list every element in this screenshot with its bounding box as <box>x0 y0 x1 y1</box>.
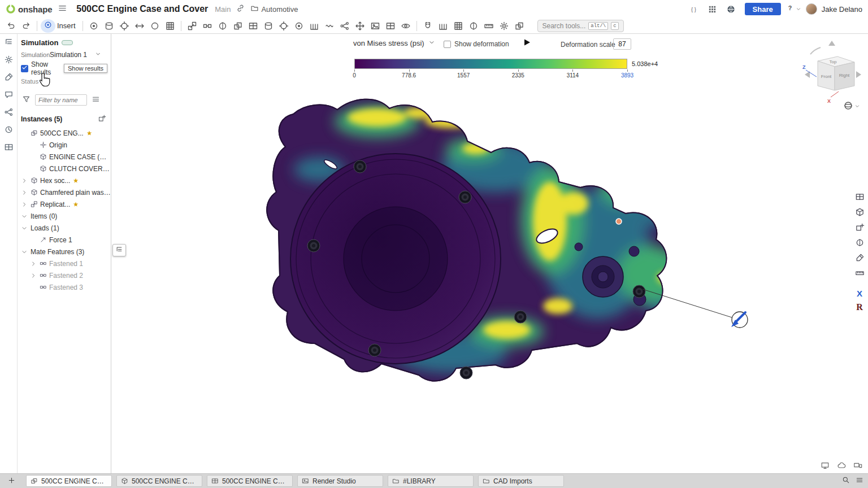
ball-mate-icon[interactable] <box>292 19 306 33</box>
measure-icon[interactable] <box>481 19 496 33</box>
chevron-right-icon[interactable] <box>21 189 28 196</box>
tree-row[interactable]: Fastened 1 <box>18 258 111 269</box>
insert-tool-icon[interactable] <box>41 19 55 33</box>
learning-center-icon[interactable] <box>725 3 737 15</box>
parallel-mate-icon[interactable] <box>307 19 322 33</box>
user-avatar[interactable] <box>806 3 817 15</box>
view-orientation-button[interactable] <box>843 101 860 112</box>
versions-graph-icon[interactable] <box>4 107 14 119</box>
revolute-mate-icon[interactable] <box>215 19 230 33</box>
tree-row[interactable]: Fastened 2 <box>18 269 111 281</box>
tree-row[interactable]: Items (0) <box>18 210 111 222</box>
mate-connector-icon[interactable] <box>117 19 132 33</box>
add-tab-button[interactable] <box>5 476 18 487</box>
chevron-down-icon[interactable] <box>21 249 28 255</box>
replicate-icon[interactable] <box>185 19 199 33</box>
bom-table-icon[interactable] <box>853 190 866 203</box>
search-tools[interactable]: Search tools... alt/\ c <box>537 20 624 32</box>
rotate-ccw-arrow[interactable] <box>810 47 821 54</box>
clutch-cover[interactable] <box>290 154 501 364</box>
add-instance-icon[interactable] <box>97 113 107 125</box>
tables-icon[interactable] <box>4 142 14 154</box>
chevron-down-icon[interactable] <box>21 213 28 220</box>
redo-button[interactable] <box>19 19 33 33</box>
share-button[interactable]: Share <box>745 3 781 15</box>
main-menu-icon[interactable] <box>57 2 68 16</box>
api-explorer-icon[interactable]: { } <box>688 3 700 15</box>
appearance-panel-icon[interactable] <box>4 72 14 84</box>
chevron-right-icon[interactable] <box>21 177 28 184</box>
group-icon[interactable] <box>102 19 116 33</box>
tree-row[interactable]: Loads (1) <box>18 222 111 234</box>
frame-icon[interactable] <box>451 19 466 33</box>
snapshot-icon[interactable] <box>368 19 383 33</box>
3d-model[interactable] <box>111 34 868 473</box>
tree-row[interactable]: Origin <box>18 139 111 151</box>
show-deformation-checkbox[interactable] <box>444 41 451 48</box>
pattern-icon[interactable] <box>163 19 177 33</box>
sync-status-icon[interactable] <box>837 461 846 470</box>
cylindrical-mate-icon[interactable] <box>261 19 276 33</box>
comments-icon[interactable] <box>4 90 14 101</box>
undo-button[interactable] <box>3 19 18 33</box>
deformation-scale-value[interactable]: 87 <box>613 38 631 50</box>
list-view-icon[interactable] <box>90 94 101 106</box>
explode-icon[interactable] <box>353 19 367 33</box>
mate-relation-icon[interactable] <box>337 19 352 33</box>
integration-x-button[interactable]: X <box>853 287 866 299</box>
simulation-icon[interactable] <box>420 19 435 33</box>
model-config-icon[interactable] <box>853 205 866 219</box>
chevron-right-icon[interactable] <box>30 272 37 279</box>
slider-mate-icon[interactable] <box>231 19 245 33</box>
document-tab[interactable]: 500CC ENGINE CASE ... <box>26 475 112 487</box>
tree-row[interactable]: Fastened 3 <box>18 281 111 293</box>
simulation-select[interactable]: Simulation 1 <box>50 51 101 59</box>
fastened-mate-icon[interactable] <box>200 19 215 33</box>
tree-row[interactable]: Chamfered plain wash... <box>18 186 111 198</box>
mass-properties-icon[interactable] <box>497 19 511 33</box>
onshape-logo[interactable]: onshape <box>6 4 52 14</box>
graphics-viewport[interactable]: von Mises stress (psi) Show deformation … <box>111 34 868 473</box>
chevron-right-icon[interactable] <box>30 260 37 267</box>
feature-list-icon[interactable] <box>4 37 14 49</box>
workspace-name[interactable]: Main <box>215 5 231 14</box>
rotate-up-arrow[interactable] <box>828 41 835 46</box>
feature-flyout-button[interactable] <box>112 244 126 256</box>
sheet-metal-icon[interactable] <box>436 19 450 33</box>
filter-by-name-input[interactable] <box>35 94 87 106</box>
section-view-icon[interactable] <box>466 19 481 33</box>
tree-row[interactable]: CLUTCH COVER (Mg) ... <box>18 163 111 175</box>
result-type-dropdown[interactable]: von Mises stress (psi) <box>353 39 435 47</box>
tab-search-icon[interactable] <box>842 476 850 486</box>
document-tab[interactable]: Render Studio <box>297 475 383 487</box>
mate-icon[interactable] <box>86 19 101 33</box>
user-name[interactable]: Jake Delano <box>822 5 862 14</box>
tree-row[interactable]: Force 1 <box>18 234 111 246</box>
interference-icon[interactable] <box>512 19 527 33</box>
chevron-down-icon[interactable] <box>21 225 28 232</box>
link-icon[interactable] <box>235 3 246 15</box>
section-tool-icon[interactable] <box>853 236 866 249</box>
chevron-right-icon[interactable] <box>21 201 28 208</box>
tab-list-icon[interactable] <box>856 476 863 486</box>
performance-icon[interactable] <box>821 461 830 470</box>
planar-mate-icon[interactable] <box>246 19 261 33</box>
tangent-mate-icon[interactable] <box>322 19 337 33</box>
tree-row[interactable]: Hex soc... <box>18 175 111 186</box>
document-tab[interactable]: #LIBRARY <box>388 475 474 487</box>
insert-button[interactable]: Insert <box>57 21 76 30</box>
tree-row[interactable]: Mate Features (3) <box>18 246 111 258</box>
circular-pattern-icon[interactable] <box>147 19 162 33</box>
help-menu[interactable]: ? <box>785 3 801 15</box>
play-animation-button[interactable] <box>522 37 532 49</box>
named-positions-icon[interactable] <box>383 19 398 33</box>
linear-pattern-icon[interactable] <box>132 19 147 33</box>
show-results-checkbox[interactable] <box>21 65 28 72</box>
devices-icon[interactable] <box>853 461 862 470</box>
tree-row[interactable]: Replicat... <box>18 198 111 210</box>
integration-r-button[interactable]: R <box>853 301 866 313</box>
display-states-icon[interactable] <box>398 19 413 33</box>
app-store-icon[interactable] <box>706 3 718 15</box>
history-icon[interactable] <box>4 125 14 136</box>
tree-row[interactable]: ENGINE CASE (SCAN)... <box>18 151 111 163</box>
